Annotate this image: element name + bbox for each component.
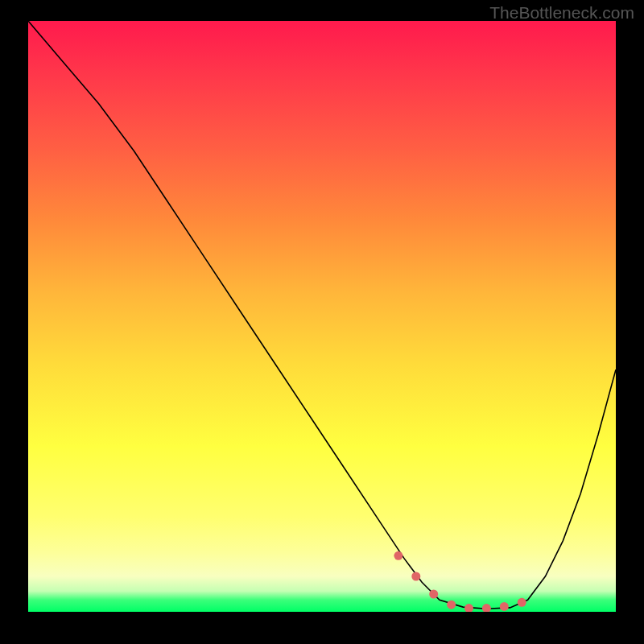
optimal-range-marker — [394, 551, 402, 560]
optimal-range-marker — [411, 572, 420, 581]
optimal-range-marker — [464, 604, 473, 612]
optimal-range-marker — [429, 590, 438, 599]
optimal-range-markers — [28, 21, 616, 612]
optimal-range-marker — [447, 601, 456, 609]
optimal-range-marker — [482, 604, 491, 612]
chart-background-gradient — [28, 21, 616, 612]
optimal-range-marker — [500, 602, 509, 611]
optimal-range-marker — [518, 598, 526, 607]
watermark-text: TheBottleneck.com — [489, 3, 634, 23]
